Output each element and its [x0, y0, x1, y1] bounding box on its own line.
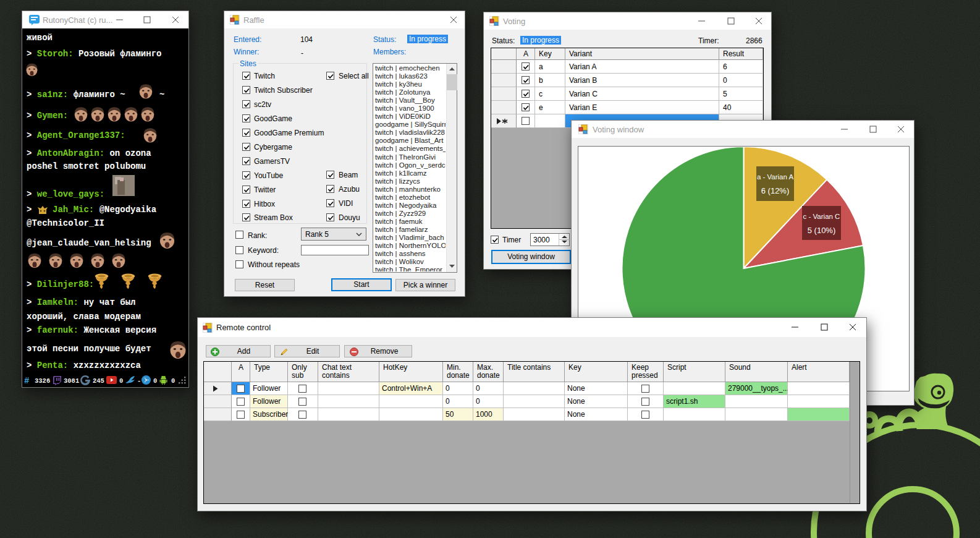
svg-text:6 (12%): 6 (12%) — [761, 186, 790, 195]
svg-text:a - Varian A: a - Varian A — [757, 173, 794, 181]
svg-text:c - Varian C: c - Varian C — [803, 213, 840, 220]
svg-text:5 (10%): 5 (10%) — [808, 226, 836, 235]
